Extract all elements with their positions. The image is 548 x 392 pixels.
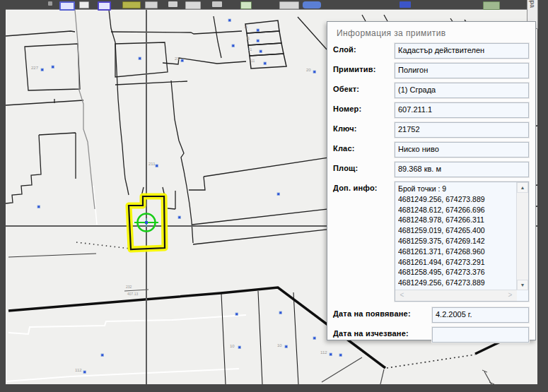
map-point xyxy=(178,216,180,218)
field-label: Номер: xyxy=(333,102,395,113)
toolbar-icon-fragment[interactable] xyxy=(185,1,201,9)
scroll-up-icon[interactable]: ▲ xyxy=(517,182,528,193)
point-label: 232 xyxy=(126,285,132,289)
field-row-layer: Слой: Кадастър действителен xyxy=(333,43,529,59)
field-label: Площ: xyxy=(333,162,395,172)
map-points xyxy=(37,19,342,373)
point-label: 11 xyxy=(244,25,247,29)
toolbar-icon-fragment[interactable] xyxy=(48,1,52,6)
point-label: 21 xyxy=(175,57,180,61)
field-row-date-disappear: Дата на изчезване: xyxy=(333,327,529,343)
toolbar-icon-fragment[interactable] xyxy=(400,1,411,8)
scroll-left-icon[interactable]: < xyxy=(397,290,407,301)
layer-field[interactable]: Кадастър действителен xyxy=(395,43,529,59)
point-label: 112 xyxy=(75,368,82,372)
map-point xyxy=(264,62,266,64)
map-road-lines xyxy=(6,186,246,381)
point-label: 10 xyxy=(277,343,282,348)
field-row-extra-info: Доп. инфо: Брой точки : 9 4681249.256, 6… xyxy=(333,182,529,302)
map-point xyxy=(277,193,279,195)
map-point xyxy=(232,44,234,47)
docked-panel-tab-label: пра xyxy=(529,0,536,21)
key-field[interactable]: 21752 xyxy=(395,122,529,138)
field-row-primitive: Примитив: Полигон xyxy=(333,63,529,78)
class-field[interactable]: Ниско ниво xyxy=(395,142,529,158)
info-panel: Информация за примитив Слой: Кадастър де… xyxy=(327,21,536,340)
toolbar-icon-fragment[interactable] xyxy=(303,1,321,8)
toolbar-icon-fragment[interactable] xyxy=(240,1,252,9)
map-point xyxy=(238,346,240,348)
toolbar-icon-fragment[interactable] xyxy=(59,1,75,11)
map-point xyxy=(41,69,43,71)
toolbar-icon-fragment[interactable] xyxy=(212,1,222,7)
horizontal-scrollbar[interactable]: < > xyxy=(395,290,517,301)
map-point xyxy=(257,40,259,42)
date-disappear-field[interactable] xyxy=(432,327,529,343)
map-point xyxy=(83,371,86,373)
field-row-number: Номер: 607.211.1 xyxy=(333,102,529,118)
point-label: 11 xyxy=(246,36,250,40)
point-label: 112 xyxy=(320,350,327,355)
coordinate-list: Брой точки : 9 4681249.256, 674273.889 4… xyxy=(398,184,504,290)
map-point xyxy=(228,19,231,21)
vertical-scrollbar[interactable]: ▲ ▼ xyxy=(516,182,528,290)
field-label: Ключ: xyxy=(333,122,395,133)
field-row-area: Площ: 89.368 кв. м xyxy=(333,162,529,177)
point-label: 11 xyxy=(251,59,255,63)
point-label: 211 xyxy=(148,162,156,166)
map-point xyxy=(285,345,287,348)
map-point xyxy=(260,50,262,52)
area-field[interactable]: 89.368 кв. м xyxy=(395,162,529,177)
map-point xyxy=(156,165,158,167)
scroll-right-icon[interactable]: > xyxy=(505,290,515,301)
point-label: 10 xyxy=(230,344,235,348)
toolbar-icon-fragment[interactable] xyxy=(79,1,89,8)
toolbar-icon-fragment[interactable] xyxy=(145,1,158,8)
primitive-field[interactable]: Полигон xyxy=(395,63,529,78)
toolbar-icon-fragment[interactable] xyxy=(279,1,299,9)
date-appear-field[interactable]: 4.2.2005 г. xyxy=(432,307,529,323)
object-field[interactable]: (1) Сграда xyxy=(395,83,529,98)
map-point xyxy=(235,313,238,315)
panel-title: Информация за примитив xyxy=(327,22,535,43)
map-point xyxy=(257,29,259,31)
point-label: 11 xyxy=(248,47,252,52)
toolbar-sliver xyxy=(0,0,548,9)
point-label: 227 xyxy=(31,66,39,70)
map-point xyxy=(101,354,103,356)
map-point xyxy=(313,337,315,339)
map-point xyxy=(52,66,54,68)
toolbar-icon-fragment[interactable] xyxy=(98,1,111,11)
field-label: Клас: xyxy=(333,142,395,153)
toolbar-icon-fragment[interactable] xyxy=(122,1,141,8)
field-label: Дата на появяване: xyxy=(333,307,432,318)
map-point xyxy=(37,206,40,208)
point-label: 20 xyxy=(306,68,311,72)
map-point xyxy=(339,354,342,356)
field-label: Доп. инфо: xyxy=(333,182,395,192)
toolbar-icon-fragment[interactable] xyxy=(483,1,500,10)
map-point xyxy=(279,311,281,314)
field-row-class: Клас: Ниско ниво xyxy=(333,142,529,158)
map-point xyxy=(181,59,183,61)
map-point xyxy=(139,57,141,59)
number-field[interactable]: 607.211.1 xyxy=(395,102,529,118)
field-label: Обект: xyxy=(333,83,395,93)
extra-info-box[interactable]: Брой точки : 9 4681249.256, 674273.889 4… xyxy=(395,182,529,302)
field-label: Примитив: xyxy=(333,63,395,73)
field-row-date-appear: Дата на появяване: 4.2.2005 г. xyxy=(333,307,529,323)
application-window: 227 211 21 20 112 112 10 10 232 407.13 1… xyxy=(0,0,548,392)
map-point xyxy=(330,353,332,355)
toolbar-icon-fragment[interactable] xyxy=(168,1,177,7)
scroll-down-icon[interactable]: ▼ xyxy=(517,280,528,290)
map-point xyxy=(313,71,315,73)
field-row-key: Ключ: 21752 xyxy=(333,122,529,138)
field-label: Слой: xyxy=(333,43,395,54)
point-label: 407.13 xyxy=(127,292,139,296)
field-row-object: Обект: (1) Сграда xyxy=(333,83,529,98)
field-label: Дата на изчезване: xyxy=(333,327,432,338)
